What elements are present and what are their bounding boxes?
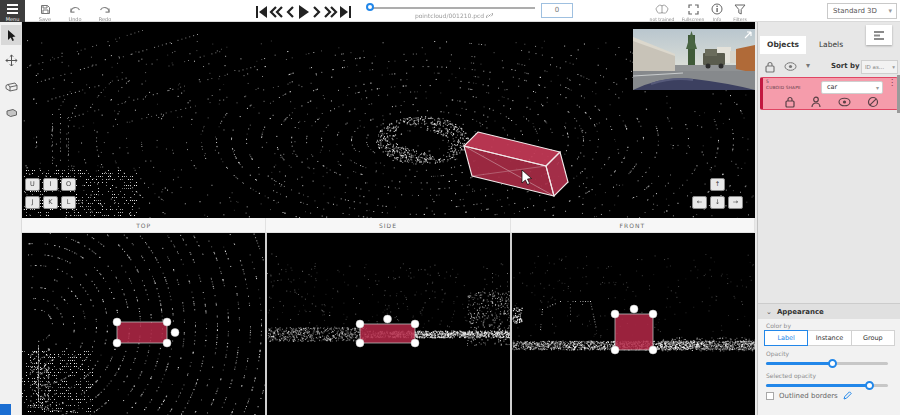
hotkey-j[interactable]: J (25, 196, 40, 209)
sort-value: ID as… (865, 64, 884, 70)
fullscreen-icon (688, 4, 699, 15)
hotkey-u[interactable]: U (25, 178, 40, 191)
appearance-header[interactable]: ⌄Appearance (758, 303, 900, 319)
side-ortho-view[interactable] (267, 233, 510, 415)
pan-tool-button[interactable] (1, 50, 21, 70)
main-3d-view[interactable]: U I O J K L ↑ ← ↓ → (22, 22, 755, 218)
frame-number-input[interactable]: 0 (541, 3, 573, 18)
redo-label: Redo (92, 16, 118, 22)
next-frame-button[interactable] (311, 1, 322, 21)
hotkey-i[interactable]: I (43, 178, 58, 191)
view-divider (510, 233, 512, 415)
hamburger-icon (7, 4, 18, 16)
play-button[interactable] (297, 1, 310, 21)
chevron-down-icon: ▾ (892, 61, 895, 73)
lock-all-icon[interactable] (765, 61, 775, 73)
car-cuboid[interactable] (464, 132, 568, 196)
camera-preview[interactable] (633, 29, 755, 90)
brain-icon (655, 4, 669, 15)
appearance-panel: ⌄Appearance Color by Label Instance Grou… (758, 303, 900, 415)
frame-slider-track[interactable] (372, 7, 535, 9)
view-divider (265, 233, 267, 415)
color-by-label: Color by (766, 322, 791, 329)
menu-button[interactable]: Menu (0, 0, 25, 22)
selected-opacity-slider[interactable] (766, 381, 888, 390)
front-rect-overlay (512, 233, 755, 415)
car-rect-front[interactable] (611, 305, 657, 354)
arrow-down-button[interactable]: ↓ (710, 196, 725, 209)
cuboid-icon (5, 81, 18, 92)
hotkey-l[interactable]: L (61, 196, 76, 209)
front-ortho-view[interactable] (512, 233, 755, 415)
visibility-all-icon[interactable] (784, 62, 797, 71)
arrow-keys-row: ← ↓ → (692, 196, 743, 209)
filters-button[interactable]: Filters (728, 0, 752, 22)
right-sidebar: Objects Labels ▾ Sort by ID as… ▾ 5 CUBO… (757, 22, 900, 415)
funnel-icon (734, 4, 746, 15)
arrow-up-button[interactable]: ↑ (710, 178, 725, 191)
skip-end-button[interactable] (339, 1, 353, 21)
redo-button[interactable]: Redo (92, 0, 118, 22)
rotate-handle[interactable] (171, 329, 179, 337)
class-dropdown[interactable]: car ▾ (821, 81, 883, 94)
car-rect-side[interactable] (356, 315, 419, 347)
undo-button[interactable]: Undo (62, 0, 88, 22)
opacity-label: Opacity (766, 350, 789, 357)
fullscreen-button[interactable]: Fullscreen (680, 0, 706, 22)
ai-status-label: not trained (646, 17, 678, 22)
hotkey-o[interactable]: O (61, 178, 76, 191)
arrow-left-button[interactable]: ← (692, 196, 707, 209)
save-button[interactable]: Save (32, 0, 58, 22)
frame-slider-handle[interactable] (366, 3, 374, 11)
eye-icon[interactable] (838, 96, 851, 108)
playback-controls (254, 1, 353, 21)
top-view-label: TOP (22, 218, 266, 233)
person-icon[interactable] (811, 96, 821, 108)
opacity-slider[interactable] (766, 359, 888, 368)
slider-handle[interactable] (828, 359, 837, 368)
cuboid-add-tool-button[interactable] (1, 102, 21, 122)
info-button[interactable]: Info (706, 0, 728, 22)
lock-icon[interactable] (785, 96, 795, 108)
tab-objects[interactable]: Objects (760, 36, 806, 54)
slider-handle[interactable] (865, 381, 874, 390)
color-mode-group-button[interactable]: Group (852, 330, 895, 346)
hotkeys-row-2: J K L (25, 196, 76, 209)
cursor-icon (6, 29, 17, 42)
slashed-circle-icon[interactable] (867, 96, 879, 108)
arrow-up-row: ↑ (710, 178, 725, 191)
panel-toggle-button[interactable] (866, 25, 892, 45)
pencil-icon[interactable] (843, 391, 852, 400)
fast-backward-button[interactable] (269, 1, 284, 21)
prev-frame-button[interactable] (285, 1, 296, 21)
arrow-right-button[interactable]: → (728, 196, 743, 209)
annotation-app: Menu Save Undo Redo pointcloud/001210.pc… (0, 0, 900, 415)
hotkey-k[interactable]: K (43, 196, 58, 209)
outlined-borders-checkbox[interactable] (766, 392, 774, 400)
select-tool-button[interactable] (1, 25, 21, 45)
rotate-handle[interactable] (630, 305, 638, 313)
cuboid-tool-button[interactable] (1, 76, 21, 96)
class-value: car (827, 83, 837, 91)
color-mode-instance-button[interactable]: Instance (808, 330, 851, 346)
expand-all-caret-icon[interactable]: ▾ (806, 61, 810, 70)
save-label: Save (32, 16, 58, 22)
sort-dropdown[interactable]: ID as… ▾ (861, 60, 898, 74)
side-rect-overlay (267, 233, 510, 415)
mode-dropdown[interactable]: Standard 3D ▾ (827, 3, 897, 19)
car-rect-top[interactable] (113, 318, 179, 347)
ai-model-button[interactable]: not trained (646, 0, 678, 22)
object-id: 5 (766, 79, 769, 84)
color-by-segmented-control: Label Instance Group (764, 330, 895, 346)
color-mode-label-button[interactable]: Label (764, 330, 808, 346)
fast-forward-button[interactable] (323, 1, 338, 21)
object-card-car[interactable]: 5 CUBOID SHAPE car ▾ ⋮ (760, 77, 898, 110)
top-ortho-view[interactable] (22, 233, 265, 415)
rotate-handle[interactable] (384, 315, 392, 323)
skip-start-button[interactable] (254, 1, 268, 21)
tab-labels[interactable]: Labels (808, 36, 854, 54)
tool-rail (0, 22, 22, 415)
link-icon[interactable] (486, 12, 493, 19)
kebab-menu-icon[interactable]: ⋮ (888, 81, 896, 85)
filename: pointcloud/001210.pcd (370, 12, 538, 19)
